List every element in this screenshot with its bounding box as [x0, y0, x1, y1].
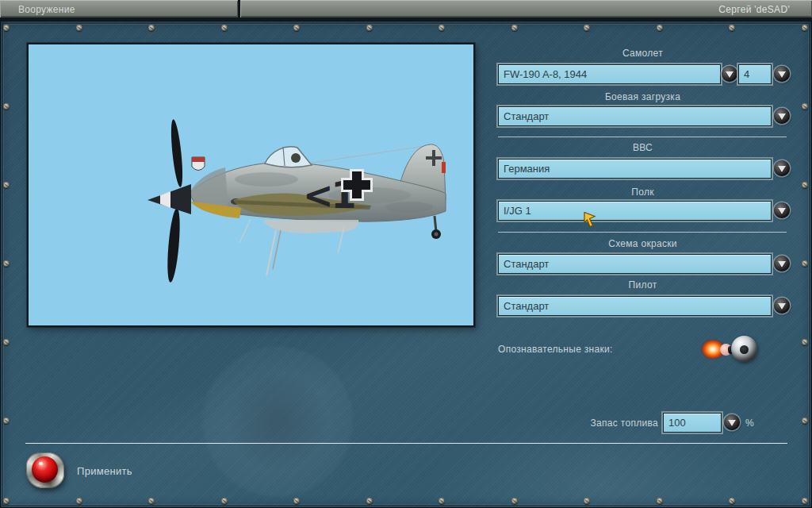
- fuel-unit: %: [745, 418, 754, 429]
- toggle-base-icon: [731, 336, 757, 362]
- regiment-select[interactable]: [498, 201, 772, 221]
- belly-tank: [263, 220, 358, 233]
- pilot-select[interactable]: [498, 296, 772, 316]
- paint-scheme-label: Схема окраски: [498, 238, 787, 249]
- loadout-label: Боевая загрузка: [498, 91, 787, 102]
- chevron-down-icon: [728, 420, 736, 426]
- chevron-down-icon: [778, 71, 786, 78]
- tail-wheel: [431, 216, 441, 239]
- unit-emblem: [192, 157, 205, 171]
- airforce-label: ВВС: [498, 142, 787, 153]
- markings-toggle-switch[interactable]: [699, 335, 756, 364]
- loadout-select[interactable]: [498, 106, 772, 126]
- pilot-dropdown-button[interactable]: [774, 298, 790, 314]
- loadout-dropdown-button[interactable]: [774, 108, 790, 124]
- regiment-dropdown-button[interactable]: [774, 202, 790, 218]
- regiment-label: Полк: [498, 187, 787, 198]
- pilot-label: Пилот: [498, 279, 787, 291]
- aircraft-preview: <1: [27, 43, 475, 327]
- separator: [498, 232, 787, 233]
- paint-scheme-select[interactable]: [498, 254, 772, 274]
- separator: [498, 137, 787, 137]
- chevron-down-icon: [778, 303, 786, 310]
- markings-label: Опознавательные знаки:: [498, 344, 613, 355]
- airforce-dropdown-button[interactable]: [774, 160, 790, 176]
- page-title: Вооружение: [18, 4, 75, 15]
- fuel-dropdown-button[interactable]: [724, 414, 740, 430]
- fuel-label: Запас топлива: [539, 418, 658, 429]
- canopy: [265, 147, 312, 167]
- apply-button-label[interactable]: Применить: [77, 465, 132, 477]
- chevron-down-icon: [778, 261, 786, 267]
- paint-scheme-dropdown-button[interactable]: [774, 256, 790, 271]
- chevron-down-icon: [778, 114, 786, 120]
- aircraft-select[interactable]: [498, 64, 721, 84]
- aircraft-count-select[interactable]: [738, 64, 772, 84]
- aircraft-count-dropdown-button[interactable]: [774, 66, 790, 82]
- chevron-down-icon: [778, 208, 786, 214]
- pilot-head: [291, 153, 301, 163]
- aircraft-label: Самолет: [498, 48, 787, 59]
- title-bar: Вооружение Сергей 'deSAD': [0, 0, 812, 21]
- aircraft-dropdown-button[interactable]: [722, 66, 737, 82]
- fuel-input[interactable]: [663, 413, 722, 433]
- apply-button[interactable]: [26, 452, 64, 488]
- title-bar-right-segment: Сергей 'deSAD': [240, 0, 812, 17]
- chevron-down-icon: [726, 71, 733, 78]
- airforce-select[interactable]: [498, 159, 772, 179]
- title-bar-left-segment: Вооружение: [0, 0, 238, 17]
- bottom-separator: [25, 443, 787, 444]
- player-name: Сергей 'deSAD': [718, 4, 790, 15]
- chevron-down-icon: [778, 166, 786, 172]
- rudder-stripe: [442, 162, 446, 173]
- red-button-icon: [32, 456, 58, 483]
- spinner: [147, 184, 191, 214]
- aircraft-preview-image: <1: [29, 44, 473, 325]
